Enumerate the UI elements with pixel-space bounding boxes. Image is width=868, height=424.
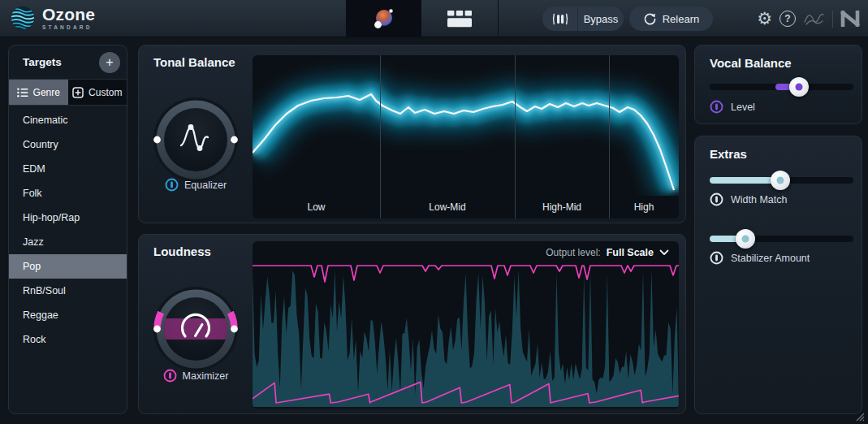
loudness-panel: Loudness Maximizer Out (138, 234, 686, 414)
app-title: Ozone (42, 6, 95, 23)
reference-toggle[interactable] (542, 6, 578, 31)
tab-genre[interactable]: Genre (9, 80, 68, 105)
slider-thumb[interactable] (736, 229, 755, 249)
band-divider (380, 55, 381, 218)
stabilizer-amount-label: Stabilizer Amount (731, 253, 810, 264)
width-match-power-icon[interactable] (710, 193, 723, 206)
targets-panel: Targets + Genre Custom Cinematic Country… (8, 45, 127, 414)
extras-title: Extras (710, 147, 747, 161)
vocal-level-slider[interactable] (710, 84, 853, 90)
band-label-high: High (609, 201, 679, 213)
equalizer-module-label: Equalizer (184, 180, 227, 191)
app-brand: Ozone STANDARD (11, 6, 95, 31)
targets-tabs: Genre Custom (9, 79, 127, 106)
slider-thumb[interactable] (789, 77, 809, 97)
band-divider (609, 55, 610, 218)
tonal-balance-title: Tonal Balance (153, 55, 235, 69)
bypass-button[interactable]: Bypass (542, 6, 624, 31)
genre-list-icon (17, 88, 28, 97)
ni-logo (840, 11, 860, 27)
slider-fill (710, 177, 780, 184)
vocal-level-power-icon[interactable] (710, 100, 723, 114)
genre-item-rnb-soul[interactable]: RnB/Soul (9, 279, 127, 303)
genre-item-folk[interactable]: Folk (9, 181, 127, 206)
band-labels: Low Low-Mid High-Mid High (253, 196, 679, 218)
extras-panel: Extras Width Match Stabilizer Amount (694, 136, 862, 414)
band-label-low: Low (253, 201, 380, 213)
genre-list: Cinematic Country EDM Folk Hip-hop/Rap J… (9, 108, 127, 352)
loudness-title: Loudness (153, 244, 211, 258)
genre-item-country[interactable]: Country (9, 132, 127, 157)
loudness-display[interactable]: Output level: Full Scale (253, 241, 679, 409)
spectrum-curve (253, 55, 679, 196)
app-edition: STANDARD (42, 25, 95, 31)
targets-title: Targets (23, 56, 62, 68)
band-label-high-mid: High-Mid (515, 201, 609, 213)
tab-assistant-view[interactable] (346, 0, 421, 37)
stabilizer-amount-slider[interactable] (710, 236, 853, 242)
genre-item-jazz[interactable]: Jazz (9, 230, 127, 254)
genre-tab-label: Genre (33, 87, 60, 98)
tab-detailed-view[interactable] (421, 0, 498, 37)
custom-add-icon (72, 87, 84, 98)
tonal-balance-panel: Tonal Balance (138, 45, 686, 223)
genre-item-rock[interactable]: Rock (9, 327, 127, 352)
maximizer-amount-knob[interactable] (151, 284, 240, 374)
modules-icon (447, 10, 473, 28)
maximizer-module-label: Maximizer (183, 370, 229, 382)
tonal-balance-display[interactable]: Low Low-Mid High-Mid High (253, 55, 679, 218)
top-bar-divider (832, 11, 833, 28)
genre-item-edm[interactable]: EDM (9, 157, 127, 181)
output-level-label: Output level: (546, 247, 600, 258)
bypass-faders-icon (552, 12, 568, 26)
add-target-button[interactable]: + (99, 52, 120, 73)
maximizer-power-icon[interactable] (163, 369, 177, 383)
relearn-refresh-icon (643, 12, 657, 26)
band-label-low-mid: Low-Mid (380, 201, 515, 213)
width-match-slider[interactable] (710, 177, 853, 184)
relearn-button[interactable]: Relearn (629, 6, 713, 31)
ozone-app-window: { "header": { "app_name": "Ozone", "app_… (0, 0, 868, 424)
output-level-value[interactable]: Full Scale (607, 247, 654, 258)
window-resize-handle[interactable] (854, 411, 865, 422)
custom-tab-label: Custom (89, 87, 122, 98)
loudness-waveform (253, 259, 679, 407)
tab-custom[interactable]: Custom (68, 80, 127, 105)
ozone-logo-icon (11, 6, 35, 30)
assistant-orb-icon (373, 6, 395, 31)
vocal-balance-title: Vocal Balance (710, 56, 792, 70)
slider-thumb[interactable] (771, 171, 790, 190)
width-match-label: Width Match (731, 194, 787, 206)
stabilizer-power-icon[interactable] (710, 251, 723, 265)
vocal-level-label: Level (731, 102, 755, 113)
equalizer-power-icon[interactable] (165, 178, 179, 192)
settings-gear-icon[interactable]: ⚙ (757, 11, 772, 28)
genre-item-reggae[interactable]: Reggae (9, 303, 127, 327)
tab-separator (498, 0, 499, 37)
genre-item-hiphop-rap[interactable]: Hip-hop/Rap (9, 206, 127, 230)
help-icon[interactable]: ? (779, 11, 796, 27)
top-bar: Ozone STANDARD (0, 0, 868, 37)
equalizer-amount-knob[interactable] (151, 95, 240, 184)
relearn-label: Relearn (663, 13, 700, 25)
genre-item-pop[interactable]: Pop (9, 254, 127, 279)
izotope-logo (803, 11, 825, 27)
bypass-label: Bypass (578, 13, 624, 25)
genre-item-cinematic[interactable]: Cinematic (9, 108, 127, 132)
vocal-balance-panel: Vocal Balance Level (694, 45, 862, 124)
band-divider (515, 55, 516, 218)
chevron-down-icon[interactable] (659, 249, 669, 256)
